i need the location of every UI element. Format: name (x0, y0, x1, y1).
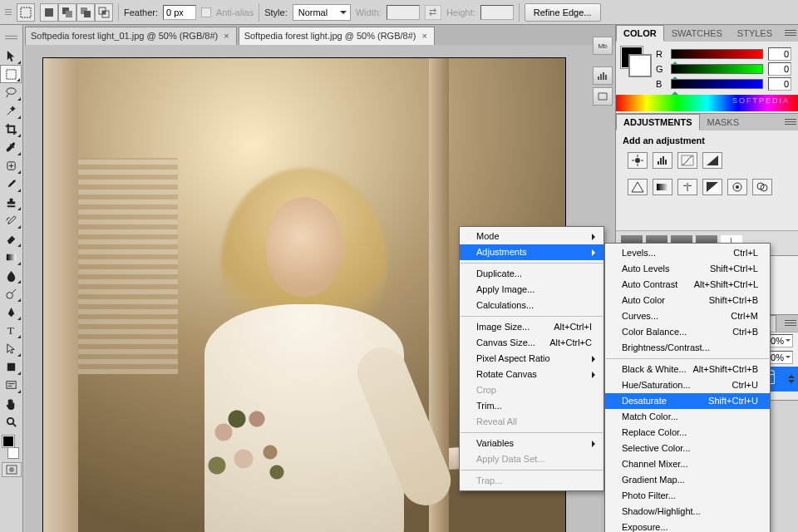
path-select-tool[interactable] (0, 339, 22, 357)
bg-swatch[interactable] (629, 55, 651, 76)
close-icon[interactable]: × (420, 27, 428, 45)
menu-item[interactable]: Levels...Ctrl+L (605, 245, 770, 261)
menu-item[interactable]: Selective Color... (605, 441, 770, 456)
menu-item[interactable]: Adjustments (460, 244, 603, 260)
g-value[interactable]: 0 (768, 62, 791, 76)
marquee-preset-icon[interactable] (17, 3, 35, 22)
menu-item[interactable]: Curves...Ctrl+M (605, 308, 770, 324)
gradient-tool[interactable] (0, 248, 22, 266)
tab-adjustments[interactable]: ADJUSTMENTS (616, 114, 700, 131)
hue-icon[interactable] (653, 179, 672, 195)
menu-item[interactable]: Mode (460, 229, 603, 244)
menu-item[interactable]: Apply Image... (460, 282, 603, 298)
menu-item[interactable]: Shadow/Highlight... (605, 504, 770, 520)
color-swatch[interactable] (0, 434, 22, 461)
menu-item[interactable]: Channel Mixer... (605, 456, 770, 472)
marquee-tool[interactable] (0, 65, 22, 83)
sel-add-icon[interactable] (58, 3, 76, 22)
grip-icon[interactable] (5, 3, 12, 22)
sel-intersect-icon[interactable] (95, 3, 113, 22)
menu-item[interactable]: Variables (460, 436, 603, 451)
sel-new-icon[interactable] (40, 3, 58, 22)
b-slider[interactable] (671, 79, 763, 89)
hand-tool[interactable] (0, 394, 22, 412)
handle-icon[interactable] (0, 28, 22, 47)
panel-menu-icon[interactable] (785, 116, 796, 127)
wand-tool[interactable] (0, 101, 22, 120)
doc-tab[interactable]: Softpedia forest light_01.jpg @ 50% (RGB… (25, 27, 237, 45)
menu-item[interactable]: Black & White...Alt+Shift+Ctrl+B (605, 362, 770, 377)
g-slider[interactable] (671, 64, 763, 74)
photo-filter-icon[interactable] (727, 179, 747, 195)
menu-item[interactable]: Calculations... (460, 298, 603, 313)
curves-icon[interactable] (677, 152, 697, 169)
blur-tool[interactable] (0, 266, 22, 284)
menu-item[interactable]: Brightness/Contrast... (605, 340, 770, 356)
panel-well-icon[interactable] (593, 66, 613, 85)
menu-item[interactable]: Auto LevelsShift+Ctrl+L (605, 261, 770, 277)
sel-subtract-icon[interactable] (76, 3, 95, 22)
menu-item[interactable]: Pixel Aspect Ratio (460, 351, 603, 367)
levels-icon[interactable] (653, 152, 672, 169)
brush-tool[interactable] (0, 175, 22, 193)
menu-item[interactable]: Photo Filter... (605, 488, 770, 504)
crop-tool[interactable] (0, 120, 22, 138)
foreground-color[interactable] (2, 436, 14, 447)
lasso-tool[interactable] (0, 83, 22, 101)
refine-edge-button[interactable]: Refine Edge... (525, 3, 601, 22)
history-brush-tool[interactable] (0, 211, 22, 229)
menu-item[interactable]: Duplicate... (460, 266, 603, 282)
tab-styles[interactable]: STYLES (730, 25, 780, 42)
doc-tab[interactable]: Softpedia forest light.jpg @ 50% (RGB/8#… (239, 27, 435, 45)
background-color[interactable] (7, 447, 19, 459)
exposure-icon[interactable] (702, 152, 722, 169)
menu-item[interactable]: DesaturateShift+Ctrl+U (605, 393, 770, 409)
tab-color[interactable]: COLOR (616, 25, 664, 42)
channel-mixer-icon[interactable] (752, 179, 772, 195)
menu-item[interactable]: Gradient Map... (605, 472, 770, 488)
spectrum-picker[interactable]: SOFTPEDIA (616, 95, 798, 111)
brightness-icon[interactable] (628, 152, 648, 169)
feather-input[interactable]: 0 px (163, 5, 196, 20)
menu-item[interactable]: Rotate Canvas (460, 367, 603, 382)
close-icon[interactable]: × (222, 27, 230, 45)
notes-tool[interactable] (0, 376, 22, 394)
eraser-tool[interactable] (0, 229, 22, 248)
svg-rect-24 (605, 75, 607, 80)
eyedropper-tool[interactable] (0, 138, 22, 156)
stamp-tool[interactable] (0, 193, 22, 211)
bw-icon[interactable] (702, 179, 722, 195)
menu-item[interactable]: Trim... (460, 398, 603, 414)
panel-menu-icon[interactable] (785, 317, 796, 328)
r-slider[interactable] (671, 49, 763, 59)
vibrance-icon[interactable] (628, 179, 648, 195)
svg-point-38 (736, 185, 739, 189)
menu-item: Crop (460, 382, 603, 398)
menu-item[interactable]: Exposure... (605, 520, 770, 532)
menu-item[interactable]: Auto ContrastAlt+Shift+Ctrl+L (605, 277, 770, 293)
b-value[interactable]: 0 (768, 77, 791, 91)
menu-item[interactable]: Replace Color... (605, 425, 770, 441)
menu-item[interactable]: Hue/Saturation...Ctrl+U (605, 377, 770, 393)
zoom-tool[interactable] (0, 412, 22, 431)
tab-swatches[interactable]: SWATCHES (664, 25, 730, 42)
tab-masks[interactable]: MASKS (700, 114, 747, 131)
move-tool[interactable] (0, 47, 22, 65)
r-value[interactable]: 0 (768, 47, 791, 61)
menu-item[interactable]: Image Size...Alt+Ctrl+I (460, 319, 603, 335)
quickmask-toggle[interactable] (2, 462, 22, 477)
panel-well-icon[interactable] (593, 87, 613, 106)
menu-item[interactable]: Canvas Size...Alt+Ctrl+C (460, 335, 603, 351)
menu-item[interactable]: Match Color... (605, 409, 770, 425)
heal-tool[interactable] (0, 156, 22, 175)
pen-tool[interactable] (0, 303, 22, 321)
shape-tool[interactable] (0, 357, 22, 376)
panel-well-icon[interactable]: Mb (593, 37, 613, 55)
style-select[interactable]: Normal (293, 4, 351, 21)
menu-item[interactable]: Auto ColorShift+Ctrl+B (605, 293, 770, 308)
dodge-tool[interactable] (0, 284, 22, 303)
type-tool[interactable]: T (0, 321, 22, 339)
menu-item[interactable]: Color Balance...Ctrl+B (605, 324, 770, 340)
panel-menu-icon[interactable] (785, 27, 796, 38)
balance-icon[interactable] (677, 179, 697, 195)
